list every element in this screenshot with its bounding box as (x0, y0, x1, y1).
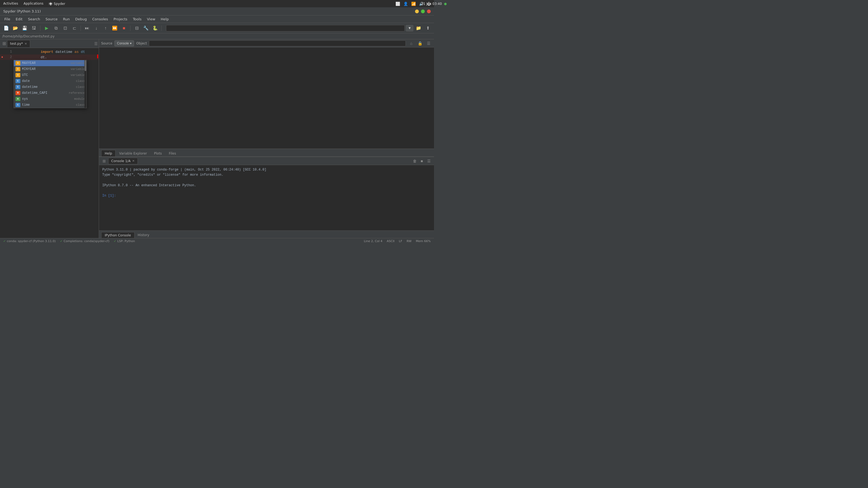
ac-name-utc: UTC (22, 73, 70, 77)
maximize-button[interactable] (421, 9, 425, 13)
tab-pages-button[interactable]: ⊞ (1, 41, 7, 46)
run-cell-button[interactable]: ⧉ (52, 24, 60, 32)
run-cell-advance-button[interactable]: ⊡ (61, 24, 69, 32)
ac-item-time[interactable]: C time class (14, 102, 87, 108)
tab-plots[interactable]: Plots (151, 150, 165, 156)
ac-icon-utc: I (16, 73, 20, 77)
ac-name-time: time (22, 103, 76, 107)
ac-icon-sys: m (16, 97, 20, 101)
console-source-button[interactable]: Console ▾ (115, 40, 134, 46)
menu-projects[interactable]: Projects (111, 17, 129, 22)
ac-item-minyear[interactable]: I MINYEAR variable (14, 66, 87, 72)
object-input[interactable] (149, 40, 406, 46)
step-button[interactable]: ↓ (92, 24, 100, 32)
help-content (99, 47, 434, 149)
console-clear-button[interactable]: 🗑 (412, 158, 418, 164)
wifi-icon[interactable]: 📶 (411, 2, 416, 6)
new-file-button[interactable]: 📄 (2, 24, 10, 32)
menu-search[interactable]: Search (26, 17, 42, 22)
ac-item-datetime-capi[interactable]: R datetime_CAPI reference (14, 90, 87, 96)
lsp-status: ✓ LSP: Python (114, 239, 135, 243)
save-button[interactable]: 💾 (21, 24, 29, 32)
menu-source[interactable]: Source (43, 17, 60, 22)
console-line-1: Python 3.11.0 | packaged by conda-forge … (102, 167, 431, 172)
console-options-button[interactable]: ☰ (426, 158, 432, 164)
menu-help[interactable]: Help (159, 17, 171, 22)
position-status: Line 2, Col 4 (364, 239, 382, 243)
debug-button[interactable]: ⏭ (83, 24, 91, 32)
ac-icon-maxyear: I (16, 61, 20, 65)
menu-debug[interactable]: Debug (73, 17, 89, 22)
tab-variable-explorer[interactable]: Variable Explorer (116, 150, 150, 156)
tab-menu-button[interactable]: ☰ (94, 41, 98, 46)
ac-item-datetime[interactable]: C datetime class (14, 84, 87, 90)
dropdown-icon: ▾ (130, 41, 131, 45)
code-editor[interactable]: 1 import datetime as dt ● 2 dt. (0, 48, 99, 238)
console-tab-bar-left: ⊞ Console 1/A ✕ (101, 158, 138, 164)
console-tab-bar: ⊞ Console 1/A ✕ 🗑 ■ ☰ (99, 157, 434, 165)
step-over-button[interactable]: ↑ (101, 24, 110, 32)
continue-button[interactable]: ⏩ (111, 24, 119, 32)
console-tab-ipython[interactable]: IPython Console (101, 232, 134, 238)
lock-button[interactable]: 🔒 (416, 40, 423, 46)
ac-name-minyear: MINYEAR (22, 67, 70, 71)
applications-label[interactable]: Applications (24, 2, 43, 6)
menu-consoles[interactable]: Consoles (90, 17, 110, 22)
console-tab-history[interactable]: History (134, 232, 153, 238)
save-all-button[interactable]: 🖫 (30, 24, 38, 32)
object-label: Object (136, 41, 147, 45)
settings-button[interactable]: 🔧 (142, 24, 150, 32)
encoding-status: ASCII (387, 239, 395, 243)
right-panel: Source Console ▾ Object ⌂ 🔒 ☰ Help Varia… (99, 39, 434, 238)
browse-button[interactable]: 📁 (414, 24, 423, 32)
ac-item-maxyear[interactable]: I MAXYEAR variable (14, 60, 87, 66)
open-file-button[interactable]: 📂 (11, 24, 20, 32)
ac-item-sys[interactable]: m sys module (14, 96, 87, 102)
go-up-button[interactable]: ⬆ (424, 24, 432, 32)
console-tab-name: Console 1/A (111, 159, 130, 163)
path-input[interactable]: /home/philip (166, 25, 405, 31)
stop-button[interactable]: ■ (120, 24, 128, 32)
tab-close-button[interactable]: ✕ (25, 42, 27, 45)
run-button[interactable]: ▶ (42, 24, 51, 32)
home-button[interactable]: ⌂ (408, 40, 414, 46)
code-line-2: ● 2 dt. (0, 55, 99, 60)
python-button[interactable]: 🐍 (151, 24, 159, 32)
tab-help[interactable]: Help (101, 150, 116, 156)
menu-file[interactable]: File (2, 17, 12, 22)
menu-tools[interactable]: Tools (131, 17, 144, 22)
console-panel: ⊞ Console 1/A ✕ 🗑 ■ ☰ Python 3.11.0 | (99, 157, 434, 238)
spyder-app-label[interactable]: 🕷 Spyder (49, 2, 65, 6)
close-button[interactable] (427, 9, 431, 13)
minimize-button[interactable] (415, 9, 419, 13)
path-dropdown-button[interactable]: ▼ (406, 25, 413, 31)
console-stop-button[interactable]: ■ (419, 158, 425, 164)
ac-icon-datetime: C (16, 85, 20, 89)
rw-status: RW (407, 239, 411, 243)
main-content: ⊞ test.py* ✕ ☰ 1 import datetime as dt (0, 39, 434, 238)
menu-run[interactable]: Run (61, 17, 72, 22)
console-tab-1[interactable]: Console 1/A ✕ (108, 158, 138, 164)
activities-label[interactable]: Activities (3, 2, 18, 6)
help-header: Source Console ▾ Object ⌂ 🔒 ☰ (99, 39, 434, 47)
system-bar-clock: 21 Jan 03:40 ● (421, 2, 434, 6)
ac-type-datetime-capi: reference (69, 91, 85, 95)
completions-status: ✓ Completions: conda(spyder-cf) (60, 239, 109, 243)
ac-item-utc[interactable]: I UTC variable (14, 72, 87, 78)
menu-view[interactable]: View (145, 17, 158, 22)
options-button[interactable]: ☰ (425, 40, 432, 46)
ac-icon-datetime-capi: R (16, 91, 20, 95)
console-tab-close[interactable]: ✕ (132, 159, 134, 163)
person-icon[interactable]: 👤 (403, 2, 408, 6)
layout-button[interactable]: ⊟ (133, 24, 141, 32)
screen-icon[interactable]: ⬜ (396, 2, 400, 6)
ac-item-date[interactable]: C date class (14, 78, 87, 84)
line-2-error-icon: ● (0, 55, 4, 59)
tab-files[interactable]: Files (165, 150, 180, 156)
system-bar-left: Activities Applications 🕷 Spyder (3, 2, 65, 6)
run-selection-button[interactable]: ⊏ (70, 24, 79, 32)
menu-edit[interactable]: Edit (13, 17, 25, 22)
console-pages-button[interactable]: ⊞ (101, 158, 107, 164)
autocomplete-dropdown: I MAXYEAR variable I MINYEAR variable I … (13, 60, 87, 108)
editor-tab[interactable]: test.py* ✕ (7, 40, 30, 47)
